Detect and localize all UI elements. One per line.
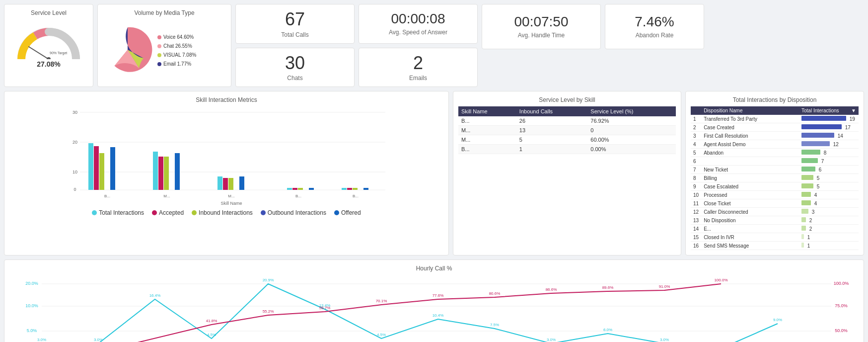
disposition-row: 4 Agent Assist Demo 12 (691, 140, 859, 149)
svg-text:20.9%: 20.9% (263, 278, 274, 282)
disp-bar (801, 243, 804, 248)
disp-value-cell: 2 (799, 216, 859, 225)
svg-rect-39 (353, 188, 358, 190)
svg-rect-35 (309, 188, 314, 190)
svg-rect-17 (110, 147, 115, 190)
disp-value-cell: 14 (799, 132, 859, 140)
col-service-level: Service Level (%) (587, 106, 676, 116)
disp-bar (801, 183, 813, 188)
disp-rank-cell: 4 (691, 140, 701, 149)
service-level-skill-card: Service Level by Skill Skill Name Inboun… (453, 91, 681, 256)
disp-rank-cell: 12 (691, 208, 701, 216)
disposition-row: 3 First Call Resolution 14 (691, 132, 859, 140)
service-level-skill-table: Skill Name Inbound Calls Service Level (… (458, 106, 676, 154)
svg-rect-14 (94, 146, 99, 190)
visual-label: VISUAL 7.08% (163, 51, 196, 60)
table-row: B... 26 76.92% (458, 116, 676, 126)
skill-legend: Total Interactions Accepted Inbound Inte… (9, 209, 443, 216)
service-level-value: 27.08% (37, 60, 60, 68)
disposition-row: 10 Processed 4 (691, 191, 859, 199)
svg-text:90% Target: 90% Target (50, 51, 67, 55)
disp-value: 12 (833, 142, 839, 147)
disp-rank-cell: 10 (691, 191, 701, 199)
legend-visual: VISUAL 7.08% (157, 51, 196, 60)
svg-text:80.6%: 80.6% (489, 291, 501, 296)
svg-text:9.0%: 9.0% (773, 318, 782, 322)
svg-rect-38 (347, 188, 352, 190)
skill-name-cell: B... (458, 145, 516, 154)
inbound-label: Inbound Interactions (199, 209, 253, 216)
disposition-row: 12 Caller Disconnected 3 (691, 208, 859, 216)
svg-text:50.0%: 50.0% (835, 328, 848, 333)
skill-interaction-title: Skill Interaction Metrics (9, 96, 443, 103)
avg-handle-label: Avg. Handle Time (518, 32, 565, 39)
disp-bar (801, 209, 808, 214)
svg-text:91.0%: 91.0% (659, 284, 670, 289)
voice-dot (157, 35, 161, 39)
disp-bar (801, 141, 830, 146)
email-label: Email 1.77% (163, 60, 191, 69)
sort-icon[interactable]: ▼ (851, 108, 856, 113)
col-skill-name: Skill Name (458, 106, 516, 116)
disp-value-cell: 5 (799, 174, 859, 182)
disposition-card: Total Interactions by Disposition Dispos… (685, 91, 864, 256)
disp-value: 6 (819, 167, 822, 172)
legend-accepted: Accepted (152, 209, 184, 216)
total-interactions-label: Total Interactions (99, 209, 144, 216)
svg-text:16.4%: 16.4% (149, 293, 161, 298)
disp-rank-cell: 6 (691, 157, 701, 166)
svg-text:100.0%: 100.0% (834, 281, 849, 286)
disp-value-cell: 5 (799, 182, 859, 191)
emails-label: Emails (409, 75, 427, 82)
svg-text:77.6%: 77.6% (433, 293, 444, 298)
svg-text:3.0%: 3.0% (660, 338, 669, 342)
svg-rect-32 (292, 188, 297, 190)
disp-rank-cell: 7 (691, 166, 701, 174)
disp-bar (801, 124, 842, 129)
svg-text:5.0%: 5.0% (27, 328, 37, 333)
disp-value: 14 (838, 133, 843, 139)
inbound-calls-cell: 13 (516, 126, 587, 135)
disp-rank-cell: 16 (691, 242, 701, 250)
svg-text:41.8%: 41.8% (206, 319, 217, 323)
svg-text:89.6%: 89.6% (602, 285, 614, 290)
abandon-rate-label: Abandon Rate (636, 32, 674, 39)
avg-handle-card: 00:07:50 Avg. Handle Time (482, 4, 601, 49)
disp-value-cell: 4 (799, 191, 859, 199)
disposition-row: 9 Case Escalated 5 (691, 182, 859, 191)
disp-name-cell (701, 157, 799, 166)
svg-text:75.0%: 75.0% (835, 303, 848, 308)
disp-rank-cell: 11 (691, 199, 701, 208)
service-level-skill-title: Service Level by Skill (458, 96, 676, 103)
disp-name-cell: Abandon (701, 149, 799, 157)
skill-bar-chart: 30 20 10 0 B... (9, 106, 443, 216)
service-level-cell: 0 (587, 126, 676, 135)
service-level-cell: 60.00% (587, 135, 676, 145)
disp-value: 2 (809, 218, 812, 223)
disp-bar (801, 175, 813, 180)
svg-rect-41 (363, 188, 368, 190)
disp-bar (801, 133, 834, 138)
skill-interaction-card: Skill Interaction Metrics 30 20 10 0 (4, 91, 449, 256)
disp-rank-cell: 13 (691, 216, 701, 225)
svg-text:59.7%: 59.7% (319, 306, 331, 310)
svg-rect-31 (287, 188, 292, 190)
disp-value-cell: 19 (799, 115, 859, 123)
svg-rect-19 (153, 152, 158, 190)
disp-rank-cell: 8 (691, 174, 701, 182)
disp-value-cell: 1 (799, 233, 859, 242)
svg-rect-25 (217, 176, 222, 190)
chats-value: 30 (285, 53, 305, 73)
avg-handle-value: 00:07:50 (514, 14, 569, 30)
inbound-calls-cell: 5 (516, 135, 587, 145)
svg-text:4.5%: 4.5% (377, 333, 386, 337)
avg-speed-label: Avg. Speed of Answer (389, 29, 447, 36)
disp-value-cell: 1 (799, 242, 859, 250)
svg-text:0: 0 (73, 187, 76, 192)
disp-value-cell: 7 (799, 157, 859, 166)
abandon-rate-value: 7.46% (635, 14, 674, 30)
disp-bar (801, 116, 846, 121)
disposition-row: 6 7 (691, 157, 859, 166)
chat-dot (157, 44, 161, 48)
disp-name-cell: Closed In IVR (701, 233, 799, 242)
